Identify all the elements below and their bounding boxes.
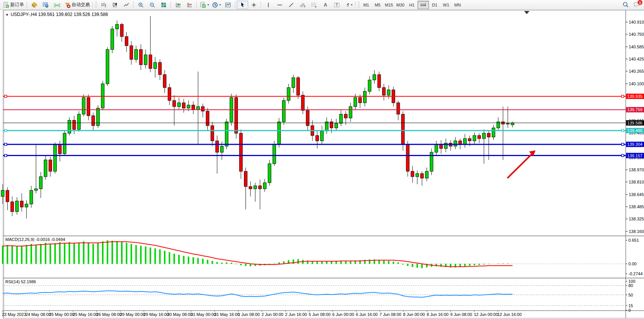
cursor-icon bbox=[240, 2, 245, 8]
svg-text:80: 80 bbox=[628, 283, 633, 288]
timeframe-button-M5[interactable]: M5 bbox=[372, 1, 383, 9]
strategy-tester-button[interactable] bbox=[40, 1, 51, 9]
timeframe-button-M1[interactable]: M1 bbox=[360, 1, 372, 9]
chart-canvas[interactable]: 140.910140.750140.585140.425140.265140.1… bbox=[0, 0, 644, 319]
svg-text:5 Jun 08:00: 5 Jun 08:00 bbox=[309, 312, 331, 317]
svg-text:0.651: 0.651 bbox=[628, 238, 639, 242]
trendline-icon bbox=[288, 2, 294, 8]
timeframe-button-H1[interactable]: H1 bbox=[406, 1, 418, 9]
svg-text:100: 100 bbox=[628, 279, 635, 284]
rsi-indicator-label: RSI(14) 52.1986 bbox=[5, 279, 36, 284]
chart-shift-button[interactable] bbox=[184, 1, 195, 9]
trendline-tool-button[interactable] bbox=[285, 1, 297, 9]
svg-text:2 Jun 00:00: 2 Jun 00:00 bbox=[261, 312, 284, 317]
svg-text:139.759: 139.759 bbox=[627, 107, 642, 112]
zoom-in-icon bbox=[138, 2, 144, 8]
svg-text:6 Jun 00:00: 6 Jun 00:00 bbox=[332, 312, 354, 317]
svg-text:138.485: 138.485 bbox=[629, 204, 644, 209]
svg-text:138.645: 138.645 bbox=[629, 192, 644, 197]
svg-text:138.810: 138.810 bbox=[629, 180, 644, 184]
line-chart-icon bbox=[123, 2, 129, 8]
auto-scroll-icon bbox=[175, 2, 181, 8]
horizontal-line-icon bbox=[277, 2, 283, 8]
arrows-caret-icon: ▾ bbox=[351, 3, 352, 6]
svg-text:138.325: 138.325 bbox=[629, 217, 644, 221]
new-order-button[interactable]: 新订单 bbox=[2, 1, 26, 9]
svg-text:139.935: 139.935 bbox=[627, 94, 642, 99]
equidistant-channel-icon: E bbox=[299, 2, 306, 8]
svg-text:140.585: 140.585 bbox=[629, 45, 644, 49]
svg-text:139.304: 139.304 bbox=[627, 142, 642, 147]
svg-text:8 Jun 16:00: 8 Jun 16:00 bbox=[427, 312, 449, 317]
svg-text:30 May 08:00: 30 May 08:00 bbox=[167, 312, 193, 317]
crosshair-icon bbox=[251, 2, 257, 8]
autotrading-button[interactable]: 自动交易 bbox=[63, 1, 91, 9]
signals-icon bbox=[54, 2, 60, 8]
svg-text:1 Jun 08:00: 1 Jun 08:00 bbox=[238, 312, 260, 317]
svg-text:29 May 00:00: 29 May 00:00 bbox=[120, 312, 145, 317]
chart-background bbox=[0, 0, 644, 319]
timeframe-button-M30[interactable]: M30 bbox=[395, 1, 406, 9]
arrows-tool-button[interactable]: ▾ bbox=[343, 1, 354, 9]
candlestick-chart-button[interactable] bbox=[109, 1, 121, 9]
svg-text:7 Jun 08:00: 7 Jun 08:00 bbox=[379, 312, 402, 317]
horizontal-line-tool-button[interactable] bbox=[274, 1, 285, 9]
timeframe-button-W1[interactable]: W1 bbox=[440, 1, 452, 9]
bar-chart-button[interactable] bbox=[98, 1, 109, 9]
chart-window[interactable]: ▼USDJPY-,H4 139.561 139.602 139.526 139.… bbox=[0, 0, 644, 319]
timeframe-button-group: M1M5M15M30H1H4D1W1MN bbox=[360, 1, 463, 9]
chat-button[interactable]: 1 bbox=[631, 1, 642, 9]
svg-text:139.157: 139.157 bbox=[627, 153, 642, 158]
svg-text:25 May 16:00: 25 May 16:00 bbox=[73, 312, 98, 317]
tester-icon bbox=[43, 2, 49, 8]
new-order-icon bbox=[3, 2, 9, 8]
chat-badge: 1 bbox=[638, 0, 642, 5]
search-icon bbox=[622, 2, 629, 8]
fibonacci-tool-button[interactable]: F bbox=[308, 1, 320, 9]
chart-title: USDJPY-,H4 139.561 139.602 139.526 139.5… bbox=[11, 12, 108, 17]
new-order-label: 新订单 bbox=[10, 2, 24, 8]
signals-button[interactable] bbox=[51, 1, 63, 9]
market-cube-icon bbox=[31, 2, 37, 8]
svg-text:2 Jun 16:00: 2 Jun 16:00 bbox=[285, 312, 307, 317]
chart-shift-icon bbox=[187, 2, 193, 8]
vertical-line-tool-button[interactable] bbox=[263, 1, 274, 9]
periods-button[interactable]: ▾ bbox=[210, 1, 222, 9]
equidistant-channel-tool-button[interactable]: E bbox=[297, 1, 308, 9]
search-button[interactable] bbox=[620, 1, 631, 9]
periods-clock-icon bbox=[212, 2, 218, 8]
zoom-out-icon bbox=[149, 2, 155, 8]
svg-text:139.586: 139.586 bbox=[627, 121, 642, 125]
collapse-indicator-icon[interactable]: ▼ bbox=[5, 13, 9, 17]
indicators-caret-icon: ▾ bbox=[207, 3, 209, 6]
tile-windows-button[interactable] bbox=[158, 1, 169, 9]
templates-button[interactable] bbox=[222, 1, 234, 9]
cursor-tool-button[interactable] bbox=[237, 1, 248, 9]
text-label-tool-button[interactable]: T bbox=[331, 1, 343, 9]
fibonacci-icon: F bbox=[311, 2, 317, 8]
svg-text:29 May 16:00: 29 May 16:00 bbox=[143, 312, 169, 317]
svg-text:F: F bbox=[315, 5, 317, 8]
svg-text:0.00: 0.00 bbox=[628, 262, 636, 266]
timeframe-button-D1[interactable]: D1 bbox=[429, 1, 440, 9]
svg-text:138.970: 138.970 bbox=[629, 167, 644, 172]
svg-text:25 May 00:00: 25 May 00:00 bbox=[49, 312, 75, 317]
crosshair-tool-button[interactable] bbox=[248, 1, 260, 9]
zoom-out-button[interactable] bbox=[147, 1, 158, 9]
line-chart-button[interactable] bbox=[121, 1, 132, 9]
svg-text:6 Jun 16:00: 6 Jun 16:00 bbox=[356, 312, 378, 317]
price-label-139.759: 139.759 bbox=[626, 107, 644, 112]
timeframe-button-MN[interactable]: MN bbox=[452, 1, 463, 9]
svg-text:12 Jun 16:00: 12 Jun 16:00 bbox=[497, 312, 522, 317]
timeframe-button-H4[interactable]: H4 bbox=[418, 1, 429, 9]
vertical-line-icon bbox=[266, 2, 271, 8]
timeframe-button-M15[interactable]: M15 bbox=[383, 1, 395, 9]
text-tool-button[interactable]: A bbox=[320, 1, 331, 9]
indicators-button[interactable]: ▾ bbox=[198, 1, 210, 9]
svg-text:140.100: 140.100 bbox=[629, 81, 644, 86]
auto-scroll-button[interactable] bbox=[172, 1, 184, 9]
text-tool-icon: A bbox=[324, 2, 327, 8]
zoom-in-button[interactable] bbox=[135, 1, 147, 9]
market-button[interactable] bbox=[29, 1, 40, 9]
svg-text:140.750: 140.750 bbox=[629, 32, 644, 37]
